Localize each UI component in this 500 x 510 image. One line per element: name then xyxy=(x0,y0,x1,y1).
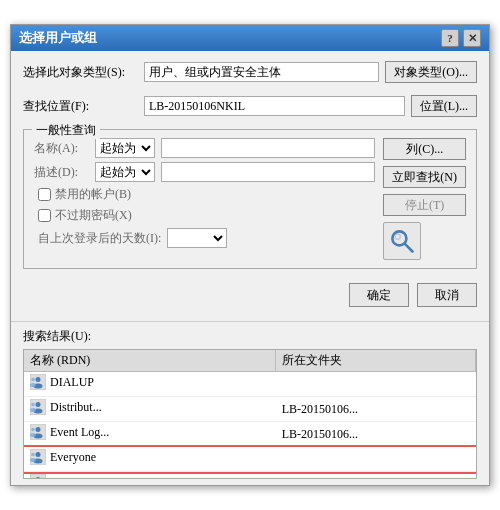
cell-name: Everyone xyxy=(24,447,276,472)
disabled-account-row: 禁用的帐户(B) xyxy=(34,186,375,203)
svg-point-11 xyxy=(31,403,35,407)
table-row[interactable]: Distribut...LB-20150106... xyxy=(24,397,476,422)
col-header-name: 名称 (RDN) xyxy=(24,350,276,372)
col-header-folder: 所在文件夹 xyxy=(276,350,476,372)
cell-name: DIALUP xyxy=(24,372,276,397)
no-expire-label: 不过期密码(X) xyxy=(55,207,132,224)
ok-cancel-row: 确定 取消 xyxy=(23,283,477,307)
disabled-account-label: 禁用的帐户(B) xyxy=(55,186,131,203)
object-type-value: 用户、组或内置安全主体 xyxy=(144,62,379,82)
svg-point-14 xyxy=(36,427,41,432)
days-row: 自上次登录后的天数(I): xyxy=(34,228,375,248)
svg-point-2 xyxy=(395,234,400,239)
table-row[interactable]: Everyone xyxy=(24,447,476,472)
general-query-group: 一般性查询 名称(A): 起始为 xyxy=(23,129,477,269)
object-type-button[interactable]: 对象类型(O)... xyxy=(385,61,477,83)
disabled-account-checkbox[interactable] xyxy=(38,188,51,201)
no-expire-row: 不过期密码(X) xyxy=(34,207,375,224)
no-expire-checkbox[interactable] xyxy=(38,209,51,222)
cell-folder: LB-20150106... xyxy=(276,422,476,447)
location-row: 查找位置(F): LB-20150106NKIL 位置(L)... xyxy=(23,95,477,117)
cell-name: Guest xyxy=(24,472,276,480)
object-type-label: 选择此对象类型(S): xyxy=(23,64,138,81)
svg-point-12 xyxy=(30,408,36,412)
ok-button[interactable]: 确定 xyxy=(349,283,409,307)
svg-point-16 xyxy=(31,428,35,432)
results-table-wrapper[interactable]: 名称 (RDN) 所在文件夹 DIALUP Distribut...LB-201… xyxy=(23,349,477,479)
svg-point-22 xyxy=(30,458,36,462)
name-label: 名称(A): xyxy=(34,140,89,157)
svg-point-19 xyxy=(36,452,41,457)
location-button[interactable]: 位置(L)... xyxy=(411,95,477,117)
days-select[interactable] xyxy=(167,228,227,248)
close-button[interactable]: ✕ xyxy=(463,29,481,47)
svg-point-17 xyxy=(30,433,36,437)
svg-point-6 xyxy=(31,378,35,382)
description-input[interactable] xyxy=(161,162,375,182)
object-type-row: 选择此对象类型(S): 用户、组或内置安全主体 对象类型(O)... xyxy=(23,61,477,83)
title-bar: 选择用户或组 ? ✕ xyxy=(11,25,489,51)
svg-rect-23 xyxy=(30,474,46,479)
location-label: 查找位置(F): xyxy=(23,98,138,115)
cell-name: Event Log... xyxy=(24,422,276,447)
svg-point-21 xyxy=(31,453,35,457)
table-row[interactable]: Event Log...LB-20150106... xyxy=(24,422,476,447)
cancel-button[interactable]: 取消 xyxy=(417,283,477,307)
results-label: 搜索结果(U): xyxy=(23,328,477,345)
days-label: 自上次登录后的天数(I): xyxy=(38,230,161,247)
description-condition-select[interactable]: 起始为 xyxy=(95,162,155,182)
table-header-row: 名称 (RDN) 所在文件夹 xyxy=(24,350,476,372)
results-table: 名称 (RDN) 所在文件夹 DIALUP Distribut...LB-201… xyxy=(24,350,476,479)
stop-button[interactable]: 停止(T) xyxy=(383,194,466,216)
cell-folder xyxy=(276,372,476,397)
svg-point-9 xyxy=(36,402,41,407)
svg-point-7 xyxy=(30,383,36,387)
location-value: LB-20150106NKIL xyxy=(144,96,405,116)
help-button[interactable]: ? xyxy=(441,29,459,47)
general-query-content: 名称(A): 起始为 描述(D): 起始为 xyxy=(34,138,466,260)
query-main-area: 名称(A): 起始为 描述(D): 起始为 xyxy=(34,138,466,260)
search-now-button[interactable]: 立即查找(N) xyxy=(383,166,466,188)
name-input[interactable] xyxy=(161,138,375,158)
dialog-title: 选择用户或组 xyxy=(19,29,97,47)
name-row: 名称(A): 起始为 xyxy=(34,138,375,158)
right-buttons: 列(C)... 立即查找(N) 停止(T) xyxy=(383,138,466,260)
description-label: 描述(D): xyxy=(34,164,89,181)
description-row: 描述(D): 起始为 xyxy=(34,162,375,182)
cell-folder xyxy=(276,447,476,472)
query-left: 名称(A): 起始为 描述(D): 起始为 xyxy=(34,138,375,260)
column-button[interactable]: 列(C)... xyxy=(383,138,466,160)
dialog-body: 选择此对象类型(S): 用户、组或内置安全主体 对象类型(O)... 查找位置(… xyxy=(11,51,489,321)
cell-name: Distribut... xyxy=(24,397,276,422)
title-bar-buttons: ? ✕ xyxy=(441,29,481,47)
select-user-or-group-dialog: 选择用户或组 ? ✕ 选择此对象类型(S): 用户、组或内置安全主体 对象类型(… xyxy=(10,24,490,486)
svg-point-4 xyxy=(36,377,41,382)
results-section: 搜索结果(U): 名称 (RDN) 所在文件夹 DIALUP xyxy=(11,321,489,485)
magnifier-icon xyxy=(388,227,416,255)
general-query-title: 一般性查询 xyxy=(32,122,100,139)
name-condition-select[interactable]: 起始为 xyxy=(95,138,155,158)
table-row[interactable]: DIALUP xyxy=(24,372,476,397)
cell-folder: LB-20150106... xyxy=(276,397,476,422)
table-row[interactable]: GuestLB-20150106... xyxy=(24,472,476,480)
search-icon-button[interactable] xyxy=(383,222,421,260)
cell-folder: LB-20150106... xyxy=(276,472,476,480)
svg-line-1 xyxy=(405,244,413,252)
